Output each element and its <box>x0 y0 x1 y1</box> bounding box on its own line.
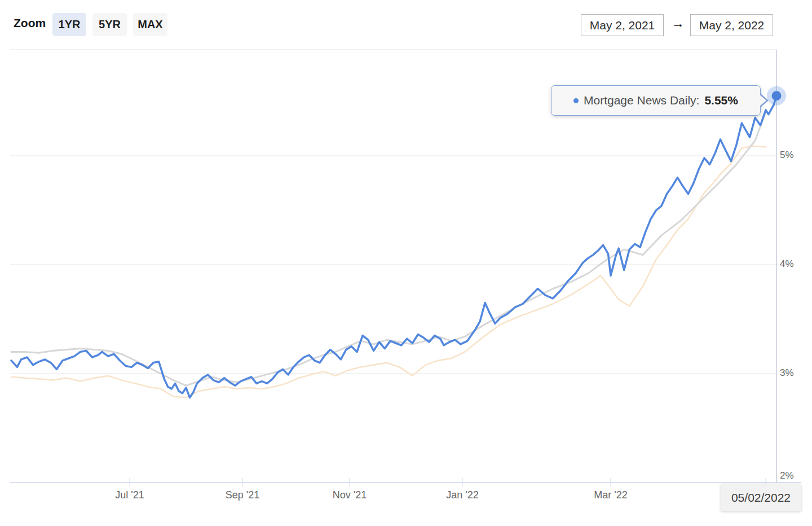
tooltip-series-label: Mortgage News Daily: <box>584 94 699 107</box>
x-axis-label: Sep '21 <box>226 489 260 501</box>
x-axis-ticks <box>130 478 766 486</box>
x-axis-label: Mar '22 <box>594 489 627 501</box>
rate-chart-plot-area[interactable] <box>0 0 812 526</box>
chart-tooltip: Mortgage News Daily: 5.55% <box>551 85 761 116</box>
last-point-marker <box>772 91 782 100</box>
line-mortgage-news-daily <box>11 96 776 398</box>
y-axis-label: 2% <box>780 470 794 481</box>
y-axis-label: 4% <box>780 258 794 270</box>
series-bullet-icon <box>573 98 579 103</box>
y-axis-label: 3% <box>780 367 794 379</box>
x-axis-label: Jan '22 <box>446 489 478 501</box>
crosshair-date-label: 05/02/2022 <box>721 484 801 511</box>
tooltip-value: 5.55% <box>704 94 738 107</box>
line-series-orange <box>11 146 766 398</box>
x-axis-label: Nov '21 <box>333 489 367 501</box>
x-axis-label: Jul '21 <box>115 489 144 501</box>
y-axis-label: 5% <box>780 150 794 161</box>
